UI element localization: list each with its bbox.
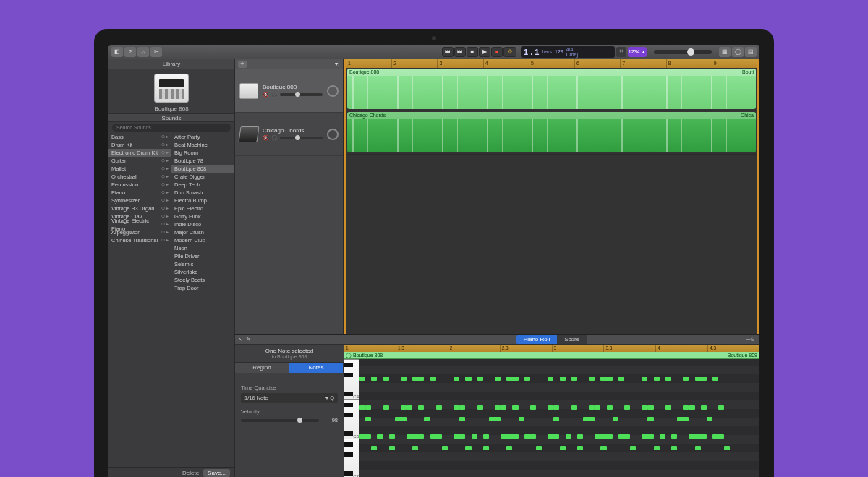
note-grid[interactable] <box>359 359 760 477</box>
ruler-bar[interactable]: 3 <box>437 59 482 68</box>
headphone-icon[interactable]: 🎧 <box>271 92 278 98</box>
ruler-bar[interactable]: 5 <box>529 59 574 68</box>
midi-note[interactable] <box>430 377 436 381</box>
piano-roll-ruler-cell[interactable]: 3 <box>552 345 604 352</box>
library-preset-item[interactable]: Pile Driver <box>171 252 234 260</box>
library-category-item[interactable]: Orchestral⊙▸ <box>109 173 171 181</box>
library-preset-item[interactable]: Epic Electro <box>171 205 234 212</box>
mute-icon[interactable]: 🔇 <box>263 135 269 141</box>
count-in-button[interactable]: ⁝⁝ <box>616 47 626 57</box>
midi-note[interactable] <box>401 377 407 381</box>
tab-region[interactable]: Region <box>235 363 289 373</box>
rewind-button[interactable]: ⏮ <box>442 47 454 57</box>
midi-note[interactable] <box>359 434 371 439</box>
midi-note[interactable] <box>560 377 566 381</box>
arrange-lane[interactable]: Boutique 808Bouti <box>346 68 757 111</box>
midi-note[interactable] <box>365 405 371 410</box>
arrange-area[interactable]: 123456789 Boutique 808BoutiChicago Chord… <box>344 59 760 334</box>
midi-note[interactable] <box>689 405 694 410</box>
ruler-bar[interactable]: 8 <box>666 59 712 68</box>
track-filter-icon[interactable]: ▾⁞ <box>335 61 340 67</box>
midi-note[interactable] <box>477 377 483 381</box>
midi-note[interactable] <box>454 434 465 439</box>
tab-notes[interactable]: Notes <box>289 363 344 373</box>
midi-note[interactable] <box>712 434 724 439</box>
library-preset-item[interactable]: Gritty Funk <box>171 212 234 220</box>
midi-note[interactable] <box>389 434 395 439</box>
ruler-bar[interactable]: 1 <box>346 59 391 68</box>
settings-button[interactable]: ☼ <box>137 47 149 57</box>
midi-note[interactable] <box>548 405 553 410</box>
library-preset-item[interactable]: Dub Smash <box>171 189 234 197</box>
midi-note[interactable] <box>371 377 377 381</box>
piano-roll-ruler-cell[interactable]: 1 <box>344 345 396 352</box>
midi-note[interactable] <box>642 405 647 410</box>
midi-note[interactable] <box>665 405 671 410</box>
delete-button[interactable]: Delete <box>182 470 199 476</box>
stop-button[interactable]: ■ <box>467 47 478 57</box>
midi-note[interactable] <box>571 405 577 410</box>
midi-note[interactable] <box>506 446 512 450</box>
midi-note[interactable] <box>465 446 471 450</box>
library-category-item[interactable]: Drum Kit⊙▸ <box>109 141 171 149</box>
library-preset-item[interactable]: Deep Tech <box>171 181 234 189</box>
arrange-empty-space[interactable] <box>346 155 757 334</box>
midi-note[interactable] <box>483 446 489 450</box>
midi-note[interactable] <box>536 446 542 450</box>
library-preset-item[interactable]: Trap Door <box>171 284 234 292</box>
save-button[interactable]: Save... <box>203 469 230 477</box>
midi-note[interactable] <box>689 434 706 439</box>
tab-score[interactable]: Score <box>557 335 587 344</box>
search-sounds-input[interactable]: Search Sounds <box>112 124 231 132</box>
library-toggle-button[interactable]: ◧ <box>111 47 123 57</box>
midi-note[interactable] <box>724 446 730 450</box>
library-preset-item[interactable]: Major Crush <box>171 228 234 236</box>
midi-note[interactable] <box>501 434 518 439</box>
mute-icon[interactable]: 🔇 <box>263 92 269 98</box>
midi-note[interactable] <box>524 377 530 381</box>
track-header[interactable]: Boutique 808🔇🎧 <box>235 69 343 113</box>
midi-note[interactable] <box>359 377 365 381</box>
midi-note[interactable] <box>407 405 412 410</box>
library-category-item[interactable]: Guitar⊙▸ <box>109 157 171 165</box>
midi-note[interactable] <box>472 434 477 439</box>
midi-note[interactable] <box>683 405 689 410</box>
ruler-bar[interactable]: 4 <box>483 59 529 68</box>
piano-roll-ruler-cell[interactable]: 2.3 <box>500 345 552 352</box>
quick-help-button[interactable]: ? <box>124 47 136 57</box>
track-pan-knob[interactable] <box>327 85 339 97</box>
midi-note[interactable] <box>553 405 559 410</box>
midi-note[interactable] <box>365 417 371 421</box>
ruler-bar[interactable]: 7 <box>620 59 665 68</box>
midi-note[interactable] <box>642 434 653 439</box>
library-preset-item[interactable]: Electro Bump <box>171 197 234 205</box>
midi-note[interactable] <box>600 377 612 381</box>
midi-note[interactable] <box>489 417 501 421</box>
midi-note[interactable] <box>389 446 395 450</box>
forward-button[interactable]: ⏭ <box>454 47 466 57</box>
library-preset-item[interactable]: Boutique 78 <box>171 157 234 165</box>
midi-note[interactable] <box>647 417 653 421</box>
midi-note[interactable] <box>501 405 506 410</box>
midi-note[interactable] <box>442 446 448 450</box>
midi-note[interactable] <box>671 446 677 450</box>
midi-region[interactable]: Boutique 808Bouti <box>347 69 756 109</box>
ruler-bar[interactable]: 6 <box>574 59 620 68</box>
library-category-item[interactable]: Vintage B3 Organ⊙▸ <box>109 205 171 212</box>
media-browser-button[interactable]: ▤ <box>745 47 757 57</box>
midi-note[interactable] <box>418 405 424 410</box>
midi-note[interactable] <box>695 446 701 450</box>
midi-note[interactable] <box>454 377 459 381</box>
midi-note[interactable] <box>459 405 465 410</box>
midi-note[interactable] <box>671 434 677 439</box>
library-category-column[interactable]: Bass⊙▸Drum Kit⊙▸Electronic Drum Kit⊙▸Gui… <box>109 133 171 467</box>
midi-note[interactable] <box>506 377 518 381</box>
midi-note[interactable] <box>401 405 407 410</box>
midi-note[interactable] <box>560 446 566 450</box>
midi-note[interactable] <box>589 377 595 381</box>
library-preset-item[interactable]: Big Room <box>171 149 234 157</box>
track-header[interactable]: Chicago Chords🔇🎧 <box>235 113 343 156</box>
midi-note[interactable] <box>595 434 612 439</box>
midi-note[interactable] <box>530 405 536 410</box>
midi-note[interactable] <box>677 417 689 421</box>
